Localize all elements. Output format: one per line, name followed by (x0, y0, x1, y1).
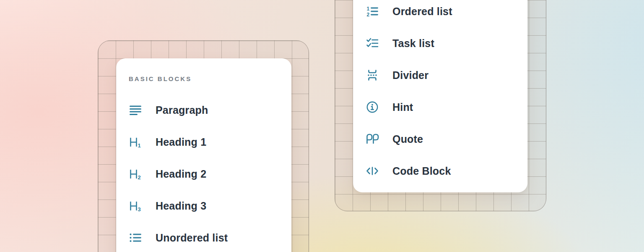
hint-icon (366, 100, 379, 114)
menu-item-task-list[interactable]: Task list (353, 27, 527, 59)
svg-text:1: 1 (367, 6, 370, 12)
svg-text:2: 2 (367, 12, 370, 18)
basic-blocks-menu: BASIC BLOCKS Paragraph1Heading 12Heading… (116, 58, 291, 252)
unordered-list-icon (129, 231, 142, 244)
divider-icon (366, 68, 379, 82)
menu-item-label: Code Block (392, 165, 451, 177)
menu-item-label: Divider (392, 69, 428, 81)
menu-item-label: Heading 3 (156, 200, 206, 212)
menu-item-label: Heading 2 (156, 168, 206, 180)
task-list-icon (366, 37, 379, 50)
heading-3-icon: 3 (129, 199, 142, 213)
menu-item-label: Heading 1 (156, 136, 206, 148)
basic-blocks-section-header: BASIC BLOCKS (116, 58, 291, 82)
menu-item-label: Paragraph (156, 104, 208, 116)
menu-item-label: Unordered list (156, 232, 228, 244)
menu-item-label: Ordered list (392, 5, 452, 18)
menu-item-unordered-list[interactable]: Unordered list (116, 222, 291, 252)
menu-item-hint[interactable]: Hint (353, 91, 527, 123)
menu-item-heading-2[interactable]: 2Heading 2 (116, 158, 291, 190)
heading-1-icon: 1 (129, 135, 142, 149)
menu-item-label: Hint (392, 101, 413, 113)
more-blocks-menu: 12Ordered listTask listDividerHintQuoteC… (353, 0, 527, 192)
menu-item-paragraph[interactable]: Paragraph (116, 94, 291, 126)
menu-item-ordered-list[interactable]: 12Ordered list (353, 0, 527, 27)
basic-blocks-list: Paragraph1Heading 12Heading 23Heading 3U… (116, 94, 291, 252)
svg-text:3: 3 (138, 206, 141, 213)
more-blocks-list: 12Ordered listTask listDividerHintQuoteC… (353, 0, 527, 187)
menu-item-heading-3[interactable]: 3Heading 3 (116, 190, 291, 222)
svg-text:1: 1 (138, 142, 141, 149)
paragraph-icon (129, 103, 142, 117)
quote-icon (366, 132, 379, 146)
menu-item-code-block[interactable]: Code Block (353, 155, 527, 187)
editor-blocks-promo: BASIC BLOCKS Paragraph1Heading 12Heading… (0, 0, 644, 252)
menu-item-label: Quote (392, 133, 423, 145)
menu-item-heading-1[interactable]: 1Heading 1 (116, 126, 291, 158)
menu-item-quote[interactable]: Quote (353, 123, 527, 155)
menu-item-divider[interactable]: Divider (353, 59, 527, 91)
svg-text:2: 2 (138, 174, 141, 181)
ordered-list-icon: 12 (366, 5, 379, 18)
heading-2-icon: 2 (129, 167, 142, 181)
menu-item-label: Task list (392, 37, 434, 50)
code-block-icon (366, 164, 379, 178)
